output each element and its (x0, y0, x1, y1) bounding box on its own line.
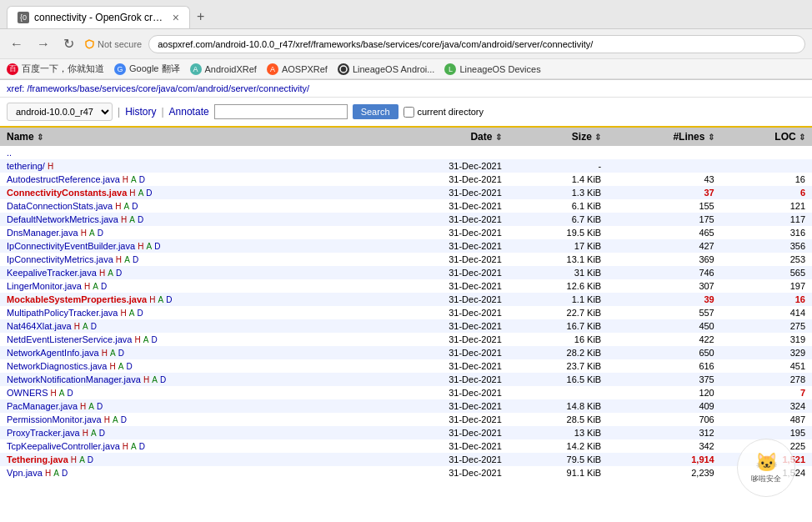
link-h[interactable]: H (116, 255, 122, 264)
link-d[interactable]: D (154, 242, 160, 251)
link-h[interactable]: H (51, 389, 57, 398)
link-d[interactable]: D (116, 269, 122, 278)
link-a[interactable]: A (152, 375, 158, 384)
link-a[interactable]: A (118, 362, 124, 371)
link-a[interactable]: A (91, 429, 97, 438)
new-tab-button[interactable]: + (190, 5, 211, 28)
file-link[interactable]: ConnectivityConstants.java (7, 188, 127, 198)
link-h[interactable]: H (149, 295, 155, 304)
file-link[interactable]: DefaultNetworkMetrics.java (7, 214, 118, 224)
search-button[interactable]: Search (353, 104, 398, 119)
file-link[interactable]: KeepaliveTracker.java (7, 268, 97, 278)
link-h[interactable]: H (71, 455, 77, 464)
link-h[interactable]: H (99, 269, 105, 278)
link-d[interactable]: D (139, 175, 145, 184)
link-h[interactable]: H (110, 362, 116, 371)
link-a[interactable]: A (113, 415, 118, 424)
file-link[interactable]: NetworkAgentInfo.java (7, 348, 99, 358)
link-a[interactable]: A (79, 455, 85, 464)
current-dir-checkbox-label[interactable]: current directory (403, 107, 484, 118)
history-link[interactable]: History (125, 106, 156, 118)
link-d[interactable]: D (97, 402, 103, 411)
link-h[interactable]: H (123, 175, 128, 184)
file-link[interactable]: Tethering.java (7, 454, 68, 464)
link-h[interactable]: H (121, 309, 127, 318)
link-a[interactable]: A (88, 402, 94, 411)
file-link[interactable]: .. (7, 148, 12, 158)
link-h[interactable]: H (123, 442, 128, 451)
link-a[interactable]: A (131, 442, 137, 451)
link-a[interactable]: A (129, 309, 135, 318)
link-h[interactable]: H (81, 228, 87, 238)
link-d[interactable]: D (132, 202, 138, 211)
file-link[interactable]: PacManager.java (7, 401, 78, 411)
link-a[interactable]: A (124, 202, 130, 211)
reload-button[interactable]: ↻ (60, 34, 78, 53)
link-h[interactable]: H (48, 162, 53, 171)
link-d[interactable]: D (91, 322, 97, 331)
bookmark-aospxref[interactable]: A AOSPXRef (267, 63, 328, 75)
sort-name-icon[interactable]: ⇕ (37, 133, 43, 142)
back-button[interactable]: ← (7, 35, 27, 53)
link-a[interactable]: A (83, 322, 88, 331)
link-d[interactable]: D (152, 335, 158, 344)
link-d[interactable]: D (146, 188, 152, 198)
link-h[interactable]: H (121, 215, 127, 224)
link-d[interactable]: D (88, 455, 93, 464)
link-h[interactable]: H (143, 375, 149, 384)
sort-date-icon[interactable]: ⇕ (495, 133, 502, 142)
link-d[interactable]: D (121, 415, 127, 424)
link-d[interactable]: D (62, 469, 68, 478)
version-select[interactable]: android-10.0.0_r47 (7, 103, 113, 121)
active-tab[interactable]: {0 connectivity - OpenGrok cross ... × (7, 6, 190, 28)
file-link[interactable]: MultipathPolicyTracker.java (7, 308, 118, 318)
file-link[interactable]: PermissionMonitor.java (7, 414, 102, 424)
bookmark-baidu[interactable]: 百 百度一下，你就知道 (7, 63, 104, 75)
link-a[interactable]: A (108, 269, 113, 278)
file-link[interactable]: DnsManager.java (7, 228, 78, 238)
file-link[interactable]: ProxyTracker.java (7, 428, 80, 438)
link-d[interactable]: D (127, 362, 133, 371)
link-h[interactable]: H (102, 349, 108, 358)
link-h[interactable]: H (104, 415, 110, 424)
link-a[interactable]: A (146, 242, 152, 251)
link-a[interactable]: A (158, 295, 164, 304)
sort-loc-icon[interactable]: ⇕ (799, 133, 805, 142)
link-h[interactable]: H (83, 429, 88, 438)
file-link[interactable]: IpConnectivityEventBuilder.java (7, 241, 135, 251)
file-link[interactable]: OWNERS (7, 388, 48, 398)
link-d[interactable]: D (98, 228, 103, 238)
bookmark-lineageos-android[interactable]: LineageOS Androi... (338, 63, 434, 75)
file-link[interactable]: NetworkNotificationManager.java (7, 374, 141, 384)
link-d[interactable]: D (101, 282, 107, 291)
link-a[interactable]: A (138, 188, 144, 198)
link-a[interactable]: A (129, 215, 135, 224)
bookmark-google-translate[interactable]: G Google 翻译 (114, 63, 180, 75)
bookmark-lineageos-devices[interactable]: L LineageOS Devices (444, 63, 540, 75)
annotate-link[interactable]: Annotate (169, 106, 209, 118)
link-a[interactable]: A (89, 228, 95, 238)
file-link[interactable]: AutodestructReference.java (7, 174, 120, 184)
url-bar[interactable] (148, 35, 805, 53)
forward-button[interactable]: → (33, 35, 53, 53)
link-d[interactable]: D (99, 429, 105, 438)
file-link[interactable]: LingerMonitor.java (7, 281, 82, 291)
sort-size-icon[interactable]: ⇕ (594, 133, 601, 142)
link-h[interactable]: H (45, 469, 51, 478)
file-link[interactable]: tethering/ (7, 161, 45, 171)
file-link[interactable]: Nat464Xlat.java (7, 321, 72, 331)
link-h[interactable]: H (129, 188, 135, 198)
link-a[interactable]: A (93, 282, 98, 291)
link-d[interactable]: D (118, 349, 124, 358)
link-a[interactable]: A (53, 469, 59, 478)
link-h[interactable]: H (115, 202, 121, 211)
link-d[interactable]: D (166, 295, 172, 304)
bookmark-androidxref[interactable]: A AndroidXRef (190, 63, 257, 75)
link-a[interactable]: A (131, 175, 137, 184)
sort-lines-icon[interactable]: ⇕ (708, 133, 714, 142)
link-h[interactable]: H (134, 335, 140, 344)
link-a[interactable]: A (143, 335, 149, 344)
link-a[interactable]: A (110, 349, 116, 358)
link-d[interactable]: D (160, 375, 166, 384)
link-d[interactable]: D (133, 255, 138, 264)
